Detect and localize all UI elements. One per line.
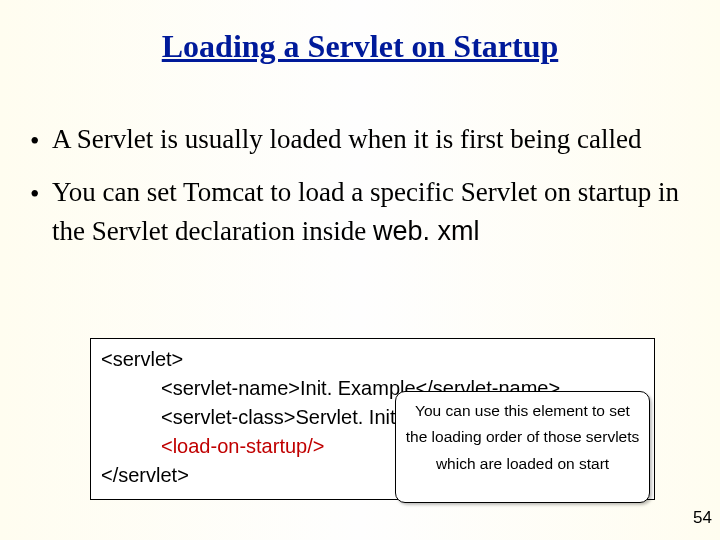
code-highlight: <load-on-startup/> xyxy=(161,435,324,457)
bullet-list: • A Servlet is usually loaded when it is… xyxy=(0,120,720,251)
slide-title: Loading a Servlet on Startup xyxy=(0,0,720,65)
bullet-marker: • xyxy=(30,120,52,161)
bullet-text: A Servlet is usually loaded when it is f… xyxy=(52,120,690,159)
page-number: 54 xyxy=(693,508,712,528)
code-tag: <servlet-name> xyxy=(161,377,300,399)
bullet-item: • A Servlet is usually loaded when it is… xyxy=(30,120,690,161)
code-tag: <servlet-class> xyxy=(161,406,296,428)
bullet-text-mono: web. xml xyxy=(373,216,480,246)
bullet-text-pre: You can set Tomcat to load a specific Se… xyxy=(52,177,679,246)
callout-box: You can use this element to set the load… xyxy=(395,391,650,503)
code-value: Servlet. Init xyxy=(296,406,396,428)
code-line: <servlet> xyxy=(101,345,644,374)
bullet-marker: • xyxy=(30,173,52,214)
bullet-text: You can set Tomcat to load a specific Se… xyxy=(52,173,690,251)
bullet-item: • You can set Tomcat to load a specific … xyxy=(30,173,690,251)
